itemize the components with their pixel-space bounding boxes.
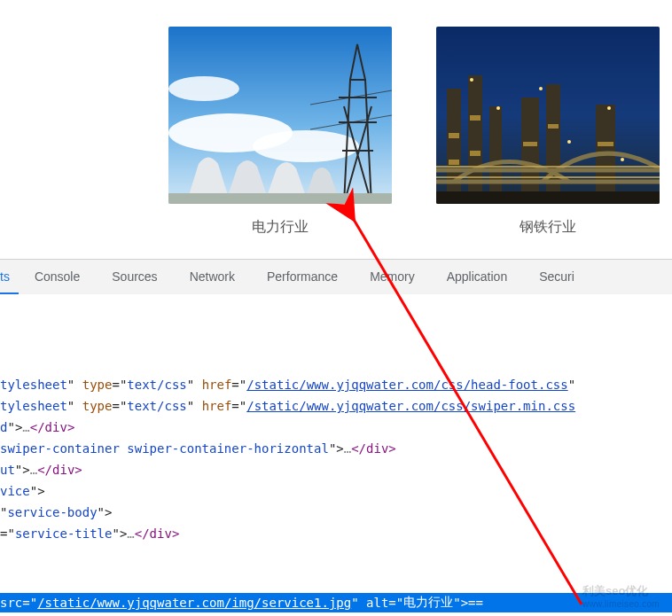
svg-rect-17 — [548, 124, 559, 129]
tab-sources[interactable]: Sources — [96, 260, 173, 294]
product-card-power[interactable]: 电力行业 — [168, 27, 392, 237]
product-card-steel[interactable]: 钢铁行业 — [436, 27, 660, 237]
svg-rect-15 — [470, 151, 481, 156]
code-line-link1[interactable]: tylesheet" type="text/css" href="/static… — [0, 374, 672, 395]
svg-rect-19 — [436, 191, 660, 204]
svg-point-20 — [470, 78, 473, 82]
svg-point-3 — [168, 76, 239, 101]
svg-point-25 — [621, 158, 624, 161]
svg-rect-12 — [449, 133, 459, 138]
svg-rect-7 — [468, 75, 482, 204]
code-line-service-body[interactable]: "service-body"> — [0, 502, 672, 523]
svg-rect-13 — [449, 160, 459, 165]
svg-rect-16 — [523, 142, 537, 146]
tab-network[interactable]: Network — [174, 260, 251, 294]
selected-src-path[interactable]: /static/www.yjqqwater.com/img/service1.j… — [37, 596, 351, 610]
svg-point-23 — [607, 106, 611, 110]
link-href-1[interactable]: /static/www.yjqqwater.com/css/head-foot.… — [246, 378, 567, 392]
svg-rect-18 — [598, 142, 613, 146]
link-href-2[interactable]: /static/www.yjqqwater.com/css/swiper.min… — [246, 399, 575, 413]
svg-point-21 — [496, 106, 500, 110]
tab-security[interactable]: Securi — [523, 260, 590, 294]
product-image-steel — [436, 27, 660, 204]
svg-rect-10 — [546, 84, 560, 204]
tab-application[interactable]: Application — [431, 260, 524, 294]
code-line-service-title[interactable]: ="service-title">…</div> — [0, 523, 672, 544]
tab-elements[interactable]: ts — [0, 260, 19, 294]
selected-element-line[interactable]: src="/static/www.yjqqwater.com/img/servi… — [0, 593, 672, 612]
svg-rect-4 — [168, 193, 392, 204]
code-line-vice[interactable]: vice"> — [0, 480, 672, 502]
svg-point-24 — [567, 140, 571, 144]
tab-memory[interactable]: Memory — [354, 260, 431, 294]
svg-point-2 — [253, 130, 359, 162]
devtools-tabbar: ts Console Sources Network Performance M… — [0, 259, 672, 294]
product-label-steel: 钢铁行业 — [520, 218, 576, 237]
svg-rect-8 — [489, 106, 502, 204]
tab-console[interactable]: Console — [19, 260, 96, 294]
svg-rect-6 — [447, 89, 461, 204]
product-image-power — [168, 27, 392, 204]
tab-performance[interactable]: Performance — [251, 260, 354, 294]
code-line-link2[interactable]: tylesheet" type="text/css" href="/static… — [0, 395, 672, 417]
product-gallery: 电力行业 — [0, 0, 672, 259]
code-line-d[interactable]: d">…</div> — [0, 417, 672, 438]
code-line-swiper[interactable]: swiper-container swiper-container-horizo… — [0, 438, 672, 459]
product-label-power: 电力行业 — [252, 218, 309, 237]
svg-point-22 — [539, 87, 543, 90]
svg-rect-14 — [470, 115, 481, 121]
elements-source-panel[interactable]: tylesheet" type="text/css" href="/static… — [0, 294, 672, 544]
code-line-ut[interactable]: ut">…</div> — [0, 459, 672, 480]
svg-rect-9 — [521, 97, 539, 204]
